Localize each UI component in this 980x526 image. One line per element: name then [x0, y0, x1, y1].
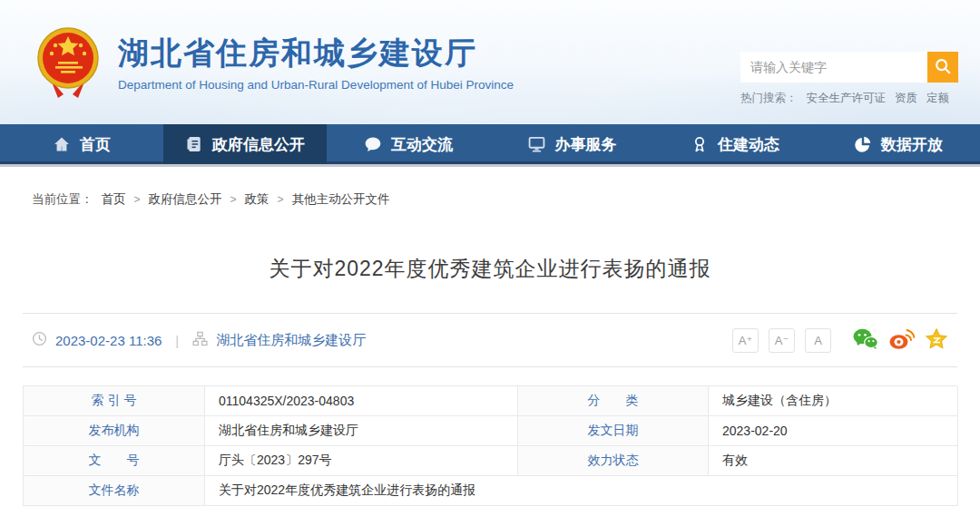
hot-search-label: 热门搜索： — [740, 91, 798, 106]
info-label-issue-date: 发文日期 — [518, 416, 709, 446]
breadcrumb-label: 当前位置： — [32, 191, 93, 208]
font-increase-button[interactable]: A⁺ — [732, 328, 759, 353]
breadcrumb-item-policy[interactable]: 政策 — [245, 191, 270, 208]
wechat-icon[interactable] — [852, 327, 878, 354]
breadcrumb-item-gov-info[interactable]: 政府信息公开 — [149, 191, 222, 208]
org-sitemap-icon — [192, 331, 208, 349]
info-value-issue-date: 2023-02-20 — [709, 416, 958, 446]
breadcrumb-separator: > — [230, 193, 237, 206]
pie-chart-icon — [854, 135, 872, 153]
nav-item-label: 政府信息公开 — [212, 134, 305, 155]
info-value-category: 城乡建设（含住房） — [709, 386, 958, 416]
search-input[interactable] — [740, 52, 927, 83]
article-meta-bar: 2023-02-23 11:36 | 湖北省住房和城乡建设厅 A⁺ A⁻ A — [23, 313, 957, 367]
site-title: 湖北省住房和城乡建设厅 — [118, 36, 514, 70]
breadcrumb-separator: > — [278, 193, 284, 206]
document-info-table: 索 引 号 01104325X/2023-04803 分 类 城乡建设（含住房）… — [23, 385, 957, 506]
info-label-issuing-agency: 发布机构 — [24, 416, 205, 446]
info-value-index-number: 01104325X/2023-04803 — [205, 386, 518, 416]
weibo-icon[interactable] — [888, 327, 915, 354]
nav-item-home[interactable]: 首页 — [0, 124, 163, 164]
info-value-issuing-agency: 湖北省住房和城乡建设厅 — [205, 416, 518, 446]
info-value-doc-number: 厅头〔2023〕297号 — [205, 446, 518, 476]
info-value-doc-title: 关于对2022年度优秀建筑企业进行表扬的通报 — [205, 476, 958, 506]
info-label-validity-status: 效力状态 — [518, 446, 709, 476]
nav-item-label: 首页 — [80, 134, 111, 155]
nav-item-label: 互动交流 — [391, 134, 453, 155]
site-subtitle: Department of Housing and Urban-Rural De… — [118, 78, 514, 92]
national-emblem-logo — [33, 24, 103, 102]
info-label-index-number: 索 引 号 — [24, 386, 205, 416]
search-icon — [934, 57, 952, 78]
nav-item-label: 数据开放 — [881, 134, 943, 155]
nav-item-news[interactable]: 住建动态 — [653, 124, 817, 164]
hot-search-link[interactable]: 安全生产许可证 — [807, 91, 887, 106]
info-label-category: 分 类 — [518, 386, 709, 416]
search-button[interactable] — [927, 52, 958, 83]
monitor-icon — [527, 135, 546, 153]
font-reset-button[interactable]: A — [805, 328, 831, 353]
hot-search-link[interactable]: 定额 — [926, 91, 949, 106]
document-icon — [185, 135, 203, 153]
nav-item-services[interactable]: 办事服务 — [490, 124, 653, 164]
meta-separator: | — [170, 333, 184, 348]
chat-bubble-icon — [364, 135, 382, 153]
breadcrumb: 当前位置： 首页 > 政府信息公开 > 政策 > 其他主动公开文件 — [32, 191, 980, 208]
info-label-doc-number: 文 号 — [24, 446, 205, 476]
breadcrumb-item-other-docs[interactable]: 其他主动公开文件 — [292, 191, 390, 208]
info-value-validity-status: 有效 — [709, 446, 958, 476]
nav-item-label: 住建动态 — [718, 134, 779, 155]
nav-item-interaction[interactable]: 互动交流 — [327, 124, 490, 164]
site-header: 湖北省住房和城乡建设厅 Department of Housing and Ur… — [0, 0, 980, 124]
nav-item-open-data[interactable]: 数据开放 — [817, 124, 980, 164]
search-area: 热门搜索： 安全生产许可证 资质 定额 — [740, 52, 958, 106]
breadcrumb-separator: > — [134, 193, 141, 206]
home-icon — [53, 135, 71, 153]
qzone-star-icon[interactable] — [925, 327, 948, 354]
article-title: 关于对2022年度优秀建筑企业进行表扬的通报 — [0, 255, 980, 283]
main-nav: 首页 政府信息公开 互动交流 办事服务 — [0, 124, 980, 164]
font-decrease-button[interactable]: A⁻ — [769, 328, 795, 353]
clock-icon — [32, 331, 47, 349]
medal-icon — [691, 135, 709, 153]
nav-item-gov-info[interactable]: 政府信息公开 — [163, 124, 327, 164]
article-source[interactable]: 湖北省住房和城乡建设厅 — [216, 332, 366, 349]
breadcrumb-item-home[interactable]: 首页 — [102, 191, 126, 208]
info-label-doc-title: 文件名称 — [24, 476, 205, 506]
hot-search-link[interactable]: 资质 — [895, 91, 917, 106]
nav-item-label: 办事服务 — [555, 134, 617, 155]
publish-time: 2023-02-23 11:36 — [55, 333, 162, 348]
